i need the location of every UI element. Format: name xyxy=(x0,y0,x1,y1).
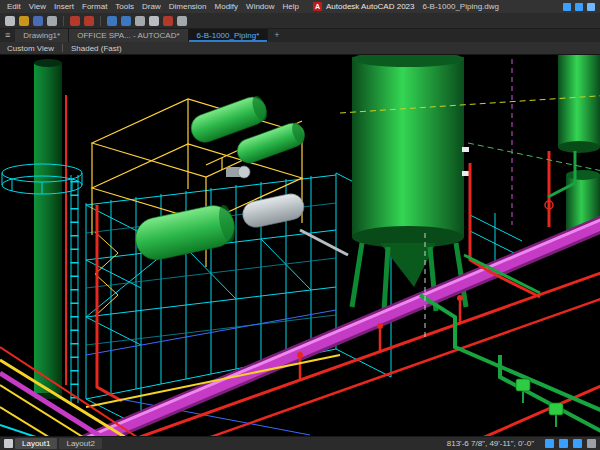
snap-icon[interactable] xyxy=(559,439,568,448)
new-tab-icon[interactable]: + xyxy=(268,29,285,42)
menu-insert[interactable]: Insert xyxy=(50,2,78,11)
menu-format[interactable]: Format xyxy=(78,2,111,11)
menu-window[interactable]: Window xyxy=(242,2,278,11)
statusbar: Layout1 Layout2 813'-6 7/8", 49'-11", 0'… xyxy=(0,436,600,450)
redo-icon[interactable] xyxy=(84,16,94,26)
new-file-icon[interactable] xyxy=(5,16,15,26)
menu-modify[interactable]: Modify xyxy=(211,2,243,11)
viewport-canvas[interactable] xyxy=(0,55,600,436)
grid-icon[interactable] xyxy=(545,439,554,448)
viewport-controls-separator xyxy=(62,44,63,52)
properties-icon[interactable] xyxy=(149,16,159,26)
customization-icon[interactable] xyxy=(587,439,596,448)
account-icon[interactable] xyxy=(575,3,583,11)
menubar: Edit View Insert Format Tools Draw Dimen… xyxy=(0,0,600,13)
search-icon[interactable] xyxy=(563,3,571,11)
window-title: A Autodesk AutoCAD 2023 6-B-1000_Piping.… xyxy=(313,2,499,11)
menu-edit[interactable]: Edit xyxy=(3,2,25,11)
toolbar-separator xyxy=(100,16,101,26)
open-folder-icon[interactable] xyxy=(19,16,29,26)
window-controls xyxy=(563,3,597,11)
cloud-icon[interactable] xyxy=(587,3,595,11)
measure-icon[interactable] xyxy=(177,16,187,26)
ortho-icon[interactable] xyxy=(573,439,582,448)
file-tabs-menu-icon[interactable]: ≡ xyxy=(0,29,15,42)
file-tab-drawing1[interactable]: Drawing1* xyxy=(15,29,69,42)
layout2-tab[interactable]: Layout2 xyxy=(59,438,101,449)
viewport-controls: Custom View Shaded (Fast) xyxy=(0,42,600,55)
file-tab-office-spa[interactable]: OFFICE SPA... - AUTOCAD* xyxy=(69,29,188,42)
document-title: 6-B-1000_Piping.dwg xyxy=(423,2,500,11)
app-title: Autodesk AutoCAD 2023 xyxy=(326,2,415,11)
plot-icon[interactable] xyxy=(47,16,57,26)
layout1-tab[interactable]: Layout1 xyxy=(15,438,57,449)
viewport-view-control[interactable]: Custom View xyxy=(7,44,54,53)
autocad-logo-icon: A xyxy=(313,2,322,11)
menu-draw[interactable]: Draw xyxy=(138,2,165,11)
coordinates-display: 813'-6 7/8", 49'-11", 0'-0" xyxy=(447,439,534,448)
file-tab-bar: ≡ Drawing1* OFFICE SPA... - AUTOCAD* 6-B… xyxy=(0,29,600,42)
pan-icon[interactable] xyxy=(121,16,131,26)
autocad-window: Edit View Insert Format Tools Draw Dimen… xyxy=(0,0,600,450)
viewport-shade-control[interactable]: Shaded (Fast) xyxy=(71,44,122,53)
undo-icon[interactable] xyxy=(70,16,80,26)
model-viewport[interactable] xyxy=(0,55,600,436)
layers-icon[interactable] xyxy=(135,16,145,26)
model-tab-icon[interactable] xyxy=(4,439,13,448)
menu-help[interactable]: Help xyxy=(279,2,303,11)
menu-view[interactable]: View xyxy=(25,2,50,11)
file-tab-label: Drawing1* xyxy=(23,31,60,40)
zoom-icon[interactable] xyxy=(107,16,117,26)
file-tab-label: OFFICE SPA... - AUTOCAD* xyxy=(77,31,179,40)
menu-dimension[interactable]: Dimension xyxy=(165,2,211,11)
toolbar-separator xyxy=(63,16,64,26)
file-tab-label: 6-B-1000_Piping* xyxy=(197,31,260,40)
render-icon[interactable] xyxy=(163,16,173,26)
left-process-column[interactable] xyxy=(34,59,66,399)
file-tab-piping[interactable]: 6-B-1000_Piping* xyxy=(189,29,269,42)
save-icon[interactable] xyxy=(33,16,43,26)
pump-unit[interactable] xyxy=(226,166,250,178)
quick-access-toolbar xyxy=(0,13,600,29)
menu-tools[interactable]: Tools xyxy=(111,2,138,11)
